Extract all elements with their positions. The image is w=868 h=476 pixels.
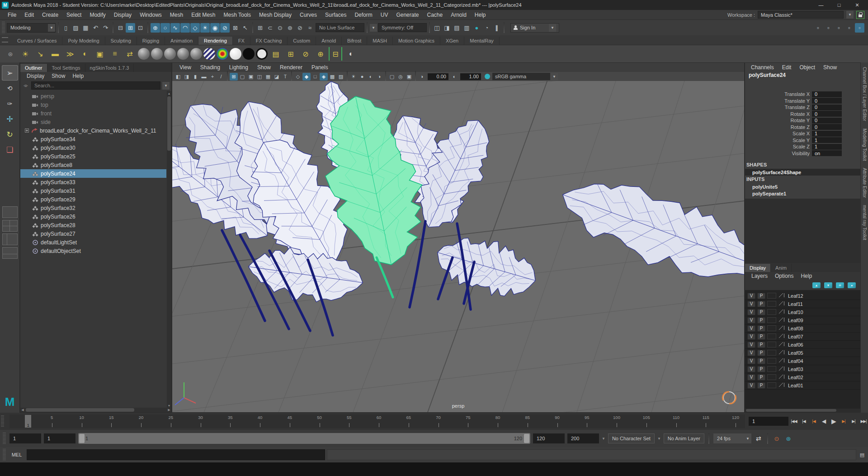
shelf-tab-animation[interactable]: Animation <box>165 37 198 45</box>
redo-icon[interactable] <box>101 23 110 33</box>
layer-visibility-toggle[interactable]: V <box>747 309 755 315</box>
snap-to-projected-center-icon[interactable] <box>285 23 295 33</box>
go-to-end-icon[interactable] <box>859 417 868 426</box>
render-settings-icon[interactable] <box>452 23 462 33</box>
connection-editor-icon[interactable] <box>123 47 137 61</box>
scale-tool-icon[interactable] <box>2 142 18 157</box>
layer-color-icon[interactable] <box>778 349 785 356</box>
sidebar-tab-channel-box-layer-editor[interactable]: Channel Box / Layer Editor <box>862 67 867 121</box>
channel-menu-show[interactable]: Show <box>819 64 841 71</box>
smooth-shade-mode-icon[interactable] <box>302 73 311 81</box>
playback-end-field[interactable]: 120 <box>533 433 565 443</box>
main-menu-help[interactable]: Help <box>471 12 490 18</box>
range-end-handle[interactable] <box>524 434 529 443</box>
layer-visibility-toggle[interactable]: V <box>747 366 755 372</box>
layer-playback-toggle[interactable]: P <box>757 317 765 324</box>
gamma-icon[interactable]: ◐ <box>450 73 458 81</box>
grid-toggle-icon[interactable] <box>230 73 238 81</box>
main-menu-edit-mesh[interactable]: Edit Mesh <box>187 12 219 18</box>
character-controls-toggle-icon[interactable] <box>824 23 833 33</box>
range-slider[interactable]: 1 120 <box>78 433 530 444</box>
resolution-gate-icon[interactable] <box>247 73 255 81</box>
shelf-tab-rendering[interactable]: Rendering <box>198 37 233 45</box>
channel-label[interactable]: Scale Y <box>745 138 812 143</box>
layer-visibility-toggle[interactable]: V <box>747 342 755 348</box>
colorspace-select[interactable]: sRGB gamma <box>492 73 550 80</box>
exposure-icon[interactable]: ◑ <box>418 73 426 81</box>
layer-display-type-box[interactable] <box>767 309 776 315</box>
layer-color-icon[interactable] <box>778 309 785 315</box>
channel-menu-channels[interactable]: Channels <box>747 64 778 71</box>
display-render-settings-icon[interactable] <box>462 23 472 33</box>
channel-value-field[interactable]: 0 <box>812 98 842 104</box>
current-time-field[interactable]: 1 <box>749 417 788 426</box>
gate-mask-icon[interactable] <box>255 73 264 81</box>
layer-display-type-box[interactable] <box>767 382 776 388</box>
channel-value-field[interactable]: 0 <box>812 105 842 110</box>
paint-effects-icon[interactable] <box>482 23 491 33</box>
mask-rendering-icon[interactable] <box>210 23 220 33</box>
paint-select-tool-icon[interactable] <box>2 96 18 111</box>
channel-menu-object[interactable]: Object <box>795 64 819 71</box>
layer-playback-toggle[interactable]: P <box>757 333 765 340</box>
main-menu-mesh[interactable]: Mesh <box>166 12 187 18</box>
layout-persp-outliner-button[interactable] <box>2 233 18 245</box>
camera-settings-icon[interactable] <box>405 73 413 81</box>
minimize-icon[interactable] <box>812 0 830 10</box>
channel-value-field[interactable]: 1 <box>812 137 842 143</box>
camera-bookmarks-icon[interactable] <box>191 73 199 81</box>
shelf-tab-custom[interactable]: Custom <box>288 37 316 45</box>
new-layer-from-selected-icon[interactable] <box>848 282 856 288</box>
layer-visibility-toggle[interactable]: V <box>747 358 755 364</box>
select-by-hierarchy-icon[interactable] <box>116 23 125 33</box>
film-gate-icon[interactable] <box>238 73 246 81</box>
new-scene-icon[interactable] <box>61 23 71 33</box>
sphere-rainbow-icon[interactable] <box>217 48 228 60</box>
layer-color-icon[interactable] <box>778 374 785 381</box>
channel-label[interactable]: Rotate Y <box>745 118 812 123</box>
layer-playback-toggle[interactable]: P <box>757 374 765 381</box>
panel-tab-tool-settings[interactable]: Tool Settings <box>47 64 85 72</box>
camera-attributes-icon[interactable] <box>183 73 191 81</box>
outliner-item-persp[interactable]: persp <box>20 92 166 100</box>
layer-color-icon[interactable] <box>778 292 785 299</box>
viewport-menu-renderer[interactable]: Renderer <box>275 64 307 71</box>
main-menu-uv[interactable]: UV <box>377 12 392 18</box>
sphere-ramp-icon[interactable] <box>203 48 215 60</box>
sphere-lambert-icon[interactable] <box>151 48 163 60</box>
symmetry-field[interactable]: Symmetry: Off <box>378 23 427 32</box>
outliner-menu-display[interactable]: Display <box>23 73 48 79</box>
layer-color-icon[interactable] <box>778 366 785 372</box>
outliner-filter-chevron-down-icon[interactable] <box>162 82 170 90</box>
script-editor-icon[interactable] <box>858 451 866 459</box>
render-layer-icon[interactable] <box>284 47 297 61</box>
xray-mode-icon[interactable] <box>396 73 405 81</box>
outliner-filter-icon[interactable] <box>22 82 29 89</box>
shape-node[interactable]: polySurface24Shape <box>745 169 860 176</box>
main-menu-mesh-display[interactable]: Mesh Display <box>255 12 296 18</box>
sphere-ring-icon[interactable] <box>256 48 268 60</box>
channel-value-field[interactable]: 0 <box>812 118 842 124</box>
move-tool-icon[interactable] <box>2 111 18 127</box>
mel-label[interactable]: MEL <box>9 452 25 457</box>
layer-row-leaf08[interactable]: VPLeaf08 <box>745 324 860 333</box>
field-chart-icon[interactable] <box>264 73 272 81</box>
undo-icon[interactable] <box>91 23 100 33</box>
gamma-field[interactable]: 1.00 <box>460 73 481 80</box>
lasso-tool-icon[interactable] <box>2 81 18 96</box>
select-camera-icon[interactable] <box>174 73 182 81</box>
occlusion-toggle-icon[interactable] <box>375 73 383 81</box>
select-by-object-icon[interactable] <box>126 23 135 33</box>
channel-label[interactable]: Visibility <box>745 151 812 156</box>
sphere-phong-icon[interactable] <box>177 48 189 60</box>
sidebar-tab-attribute-editor[interactable]: Attribute Editor <box>862 168 867 198</box>
layer-color-icon[interactable] <box>778 382 785 389</box>
layer-row-leaf04[interactable]: VPLeaf04 <box>745 357 860 365</box>
open-scene-icon[interactable] <box>71 23 80 33</box>
outliner-item-polysurface24[interactable]: polySurface24 <box>20 169 166 178</box>
main-menu-cache[interactable]: Cache <box>423 12 447 18</box>
use-default-lighting-icon[interactable] <box>349 73 358 81</box>
maximize-icon[interactable] <box>830 0 848 10</box>
layer-visibility-toggle[interactable]: V <box>747 350 755 356</box>
channel-value-field[interactable]: 0 <box>812 91 842 97</box>
